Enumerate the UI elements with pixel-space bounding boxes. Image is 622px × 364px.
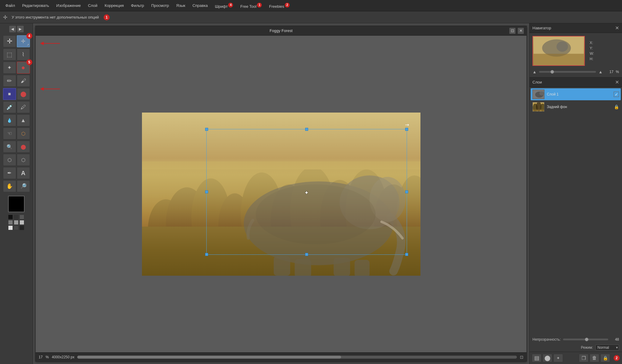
swatch-3[interactable] [19, 225, 24, 230]
tool-eyedropper[interactable]: 💉 [3, 101, 16, 113]
nav-zoom-slider[interactable] [539, 71, 596, 73]
opacity-value: 48 [611, 337, 619, 342]
layer-checkbox-1[interactable]: ✓ [614, 92, 619, 97]
svg-point-23 [556, 41, 568, 52]
zoom-value: 17 [39, 355, 43, 359]
main-content: ◀ ▶ ✛ ✛↗ 4 ⬚ ⌇ ✦ ● 5 ✏ [0, 23, 622, 364]
layer-item-1[interactable]: Слой 1 ✓ [531, 88, 621, 100]
tool-pencil[interactable]: ✏ [3, 75, 16, 87]
menu-freebies[interactable]: Freebies2 [266, 1, 293, 10]
canvas-area: Foggy Forest ⊡ ✕ [33, 23, 529, 364]
tool-lasso[interactable]: ⌇ [17, 48, 30, 60]
menu-freetool[interactable]: Free Tool1 [237, 1, 265, 10]
expand-button[interactable]: ⊡ [520, 355, 523, 360]
navigator-coords: X: Y: W: H: [590, 41, 594, 61]
horizontal-scrollbar[interactable] [77, 356, 517, 359]
layer-item-bg[interactable]: Задний фон 🔒 [531, 101, 621, 113]
layer-actions: ▤ ⬤ ✦ ❐ 🗑 🔒 2 [529, 352, 622, 364]
tool-sphere[interactable]: ⬡ [3, 154, 16, 166]
lock-layer-button[interactable]: 🔒 [600, 354, 610, 362]
svg-rect-24 [534, 54, 584, 65]
tool-dodge[interactable]: ☜ [3, 128, 16, 139]
menu-view[interactable]: Просмотр [148, 2, 172, 9]
mask-button[interactable]: ⬤ [543, 354, 552, 362]
menu-image[interactable]: Изображение [53, 2, 84, 9]
menu-filter[interactable]: Фильтр [128, 2, 147, 9]
tool-gradient[interactable]: 💧 [3, 114, 16, 126]
layers-body: Слой 1 ✓ Задний фон [529, 87, 622, 336]
tool-nav-next[interactable]: ▶ [17, 26, 24, 32]
nav-slider-thumb[interactable] [550, 70, 554, 74]
duplicate-layer-button[interactable]: ❐ [579, 354, 588, 362]
annotation-2: 2 [614, 355, 620, 361]
tool-stamp[interactable]: ⬤ [17, 88, 30, 100]
tool-row-8: ☜ ⬡ [3, 128, 30, 139]
tool-row-10: ⬡ ⬡ [3, 154, 30, 166]
tool-sharpen[interactable]: ▲ [17, 114, 30, 126]
swatch-lighter[interactable] [14, 220, 19, 225]
tool-eraser[interactable]: ■ [3, 88, 16, 100]
delete-layer-button[interactable]: 🗑 [590, 354, 599, 362]
swatch-2[interactable] [14, 225, 19, 230]
canvas-dimensions: 4000x2250 px [52, 355, 74, 359]
tool-text[interactable]: A [17, 167, 30, 179]
tool-3d[interactable]: ⬡ [17, 154, 30, 166]
tool-zoom[interactable]: 🔎 [17, 180, 30, 192]
swatch-mid[interactable] [19, 215, 24, 219]
canvas-statusbar: 17 % 4000x2250 px ⊡ [36, 352, 526, 361]
tool-hint-text: У этого инструмента нет дополнительных о… [12, 15, 99, 19]
foreground-color[interactable] [8, 196, 25, 212]
layer-lock-icon: 🔒 [614, 104, 619, 109]
tool-move[interactable]: ✛ [3, 35, 16, 47]
tool-rect-select[interactable]: ⬚ [3, 48, 16, 60]
swatch-dark[interactable] [14, 215, 19, 219]
tool-magic-wand[interactable]: ✦ [3, 62, 16, 74]
tool-hand[interactable]: ✋ [3, 180, 16, 192]
maximize-button[interactable]: ⊡ [509, 28, 516, 34]
tool-pen[interactable]: ✒ [3, 167, 16, 179]
menu-help[interactable]: Справка [190, 2, 211, 9]
canvas-title: Foggy Forest [270, 28, 293, 33]
right-panel: Навигатор ✕ X: Y: W: H: [529, 23, 622, 364]
swatch-light[interactable] [8, 220, 13, 225]
menu-layer[interactable]: Слой [85, 2, 101, 9]
tool-row-7: 💧 ▲ [3, 114, 30, 126]
menu-edit[interactable]: Редактировать [19, 2, 52, 9]
tool-row-6: 💉 🖊 [3, 101, 30, 113]
svg-rect-18 [334, 258, 350, 276]
layers-title: Слои [532, 80, 542, 84]
nav-mountain-big: ▲ [598, 69, 603, 74]
mode-select[interactable]: Normal Multiply Screen Overlay Soft Ligh… [595, 345, 619, 351]
tool-smudge[interactable]: 🔍 [3, 141, 16, 153]
new-layer-button[interactable]: ▤ [532, 354, 541, 362]
tool-burn[interactable]: ⬡ [17, 128, 30, 139]
tool-brush[interactable]: 🖌 [17, 75, 30, 87]
swatch-pale[interactable] [19, 220, 24, 225]
opacity-thumb[interactable] [585, 338, 588, 341]
nav-h-label: H: [590, 57, 594, 61]
menu-file[interactable]: Файл [2, 2, 18, 9]
fx-button[interactable]: ✦ [553, 354, 563, 362]
navigator-close[interactable]: ✕ [615, 25, 619, 31]
tool-row-4: ✏ 🖌 [3, 75, 30, 87]
close-button[interactable]: ✕ [517, 28, 524, 34]
menu-language[interactable]: Язык [173, 2, 188, 9]
canvas-body[interactable]: ✦ ↗ [36, 36, 526, 352]
scroll-thumb[interactable] [77, 356, 341, 359]
opacity-slider[interactable] [563, 339, 608, 340]
tool-heal[interactable]: ⬤ [17, 141, 30, 153]
navigator-header: Навигатор ✕ [529, 23, 622, 33]
tool-row-1: ✛ ✛↗ 4 [3, 35, 30, 47]
navigator-preview [532, 36, 585, 66]
svg-point-20 [256, 184, 376, 244]
mode-label: Режим: [581, 345, 593, 350]
tool-nav-prev[interactable]: ◀ [9, 26, 16, 32]
tool-row-12: ✋ 🔎 [3, 180, 30, 192]
swatch-black[interactable] [8, 215, 13, 219]
tool-color-fill[interactable]: 🖊 [17, 101, 30, 113]
swatch-white[interactable] [8, 225, 13, 230]
layers-close[interactable]: ✕ [615, 79, 619, 85]
svg-rect-17 [295, 259, 311, 276]
menu-font[interactable]: Шрифт4 [212, 1, 236, 10]
menu-correction[interactable]: Коррекция [102, 2, 127, 9]
